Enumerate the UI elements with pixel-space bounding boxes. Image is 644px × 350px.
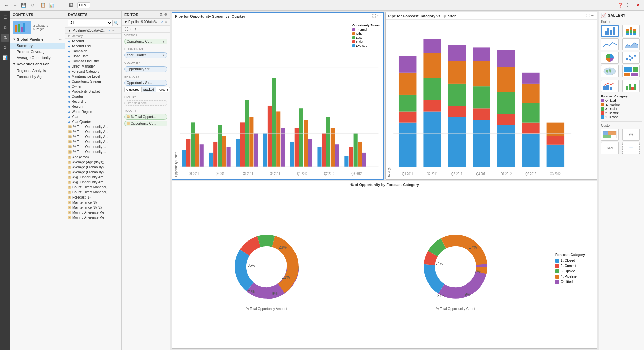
formula-icon[interactable]: ƒ (135, 27, 137, 31)
color-by-pill[interactable]: Opportunity Str... (124, 66, 167, 72)
gallery-line-chart[interactable] (601, 38, 619, 50)
datasets-filter-select[interactable]: All (68, 20, 113, 26)
expand-btn[interactable]: ⛶ (625, 2, 633, 9)
summary-item[interactable]: Summary (10, 43, 65, 49)
save-btn[interactable]: 💾 (20, 2, 28, 9)
size-by-empty[interactable]: Drop field here (124, 100, 167, 106)
dataset-edit[interactable]: ✏ (112, 29, 114, 32)
field-pct-opp-a1[interactable]: % % Total Opportunity A... (65, 124, 121, 129)
nav-icon-layers[interactable]: ⧉ (1, 24, 9, 32)
field-world-region[interactable]: ◆ World Region (65, 109, 121, 114)
field-avg-opp-am2[interactable]: Σ Avg. Opportunity Am... (65, 180, 121, 185)
field-region[interactable]: ◆ Region (65, 104, 121, 109)
clustered-btn[interactable]: Clustered (124, 87, 142, 92)
sigma-icon[interactable]: Σ (130, 27, 132, 31)
expand-icon[interactable]: ⛶ (124, 27, 128, 31)
chart-expand-icon[interactable]: ⛶ (372, 14, 376, 18)
field-avg-opp-am1[interactable]: Σ Avg. Opportunity Am... (65, 175, 121, 180)
field-record-id[interactable]: ◆ Record Id (65, 99, 121, 104)
nav-icon-settings[interactable]: ⚙ (1, 44, 9, 52)
gallery-add-button[interactable]: + (622, 142, 640, 154)
field-forecast-category[interactable]: ◆ Forecast Category (65, 69, 121, 74)
editor-settings-icon[interactable]: ⚙ (164, 12, 167, 17)
field-age-days[interactable]: Σ Age (days) (65, 155, 121, 160)
gallery-map-chart[interactable] (601, 65, 619, 77)
image-btn[interactable]: 🖼 (67, 2, 74, 9)
forecast-by-age-item[interactable]: Forecast by Age (10, 74, 65, 80)
field-year-quarter[interactable]: ◆ Year Quarter (65, 119, 121, 124)
field-pct-opp-5[interactable]: % % Total Opportunity ... (65, 144, 121, 149)
field-account[interactable]: ◆ Account (65, 39, 121, 44)
gallery-area-chart[interactable] (622, 38, 640, 50)
forward-btn[interactable]: → (11, 2, 19, 9)
chart-tr-expand-icon[interactable]: ⛶ (586, 14, 589, 18)
field-maintenance-dollar[interactable]: Σ Maintenance ($) (65, 200, 121, 205)
html-btn[interactable]: HTML (77, 2, 90, 8)
global-pipeline-header[interactable]: ▼ Global Pipeline ⋯ (10, 36, 65, 43)
nav-icon-menu[interactable]: ☰ (1, 13, 9, 21)
field-quarter[interactable]: ◆ Quarter (65, 94, 121, 99)
text-btn[interactable]: T (58, 2, 66, 9)
kpi-button[interactable]: KPI (601, 142, 619, 154)
help-btn[interactable]: ❓ (616, 2, 624, 9)
gallery-combined-chart[interactable] (601, 80, 619, 92)
chart-more-icon[interactable]: ⋯ (377, 14, 381, 18)
gallery-custom-chart1[interactable] (601, 129, 619, 141)
tooltip-pill-2[interactable]: Σ Opportunity Co... (124, 121, 167, 126)
dataset-arrow[interactable]: ▼ (68, 29, 71, 32)
data-btn[interactable]: 📋 (39, 2, 47, 9)
field-maintenance-dollar-2[interactable]: Σ Maintenance ($) (2) (65, 205, 121, 210)
field-forecast[interactable]: Σ MovingDifference Me (65, 215, 121, 220)
close-btn[interactable]: ✕ (634, 2, 641, 9)
gallery-stacked-bar[interactable] (622, 25, 640, 37)
field-compass-industry[interactable]: ◆ Compass Industry (65, 59, 121, 64)
stacked-btn[interactable]: Stacked (142, 87, 156, 92)
field-campaign[interactable]: ◆ Campaign (65, 49, 121, 54)
percent-btn[interactable]: Percent (156, 87, 170, 92)
field-pct-opp-a4[interactable]: % % Total Opportunity A... (65, 139, 121, 144)
chart-tr-more-icon[interactable]: ⋯ (591, 14, 594, 18)
horizontal-pill[interactable]: Year Quarter ▼ (124, 52, 167, 58)
gallery-treemap-chart[interactable] (622, 65, 640, 77)
nav-icon-filter[interactable]: ⚗ (1, 34, 9, 42)
field-year[interactable]: ◆ Year (65, 114, 121, 119)
datasource-edit[interactable]: ✏ (165, 20, 167, 24)
field-avg-prob1[interactable]: Σ Average (Probability) (65, 165, 121, 170)
tooltip-pill-1[interactable]: Σ % Total Opport... (124, 114, 167, 120)
dataset-more[interactable]: ⋯ (115, 29, 119, 32)
pipeline-options[interactable]: ⋯ (59, 38, 62, 41)
field-count-dm1[interactable]: Σ Count (Direct Manager) (65, 185, 121, 190)
field-count-dm2[interactable]: Σ Count (Direct Manager) (65, 190, 121, 195)
product-coverage-item[interactable]: Product Coverage (10, 49, 65, 55)
gallery-scatter-chart[interactable] (622, 52, 640, 64)
gallery-settings-icon2[interactable]: ⚙ (622, 129, 640, 141)
field-probability-bracket[interactable]: ◆ Probability Bracket (65, 89, 121, 94)
field-pct-opp-a2[interactable]: % % Total Opportunity A... (65, 129, 121, 134)
field-direct-manager[interactable]: ◆ Direct Manager (65, 64, 121, 69)
gallery-bar-chart[interactable] (601, 25, 619, 37)
editor-filter-icon[interactable]: ⚗ (159, 12, 163, 17)
field-pct-opp-6[interactable]: % % Total Opportunity ... (65, 149, 121, 155)
gallery-pie-chart[interactable] (601, 52, 619, 64)
chart-btn[interactable]: 📊 (48, 2, 55, 9)
gallery-waterfall-chart[interactable] (622, 80, 640, 92)
field-avg-prob2[interactable]: Σ Average (Probability) (65, 170, 121, 175)
field-maintenance-level[interactable]: ◆ Maintenance Level (65, 74, 121, 79)
contents-menu-icon[interactable]: ⋯ (59, 12, 62, 17)
field-owner[interactable]: ◆ Owner (65, 84, 121, 89)
field-opportunity-stream[interactable]: ◆ Opportunity Stream (65, 79, 121, 84)
field-moving-diff[interactable]: Σ MovingDifference Me (65, 210, 121, 215)
nav-icon-charts[interactable]: 📊 (1, 54, 9, 62)
datasets-menu-icon[interactable]: ⋯ (115, 12, 119, 17)
field-pct-opp-a3[interactable]: % % Total Opportunity A... (65, 134, 121, 139)
revenues-header[interactable]: ▼ Revenues and For... ⋯ (10, 61, 65, 68)
regional-analysis-item[interactable]: Regional Analysis (10, 68, 65, 74)
field-close-date[interactable]: ◆ Close Date (65, 54, 121, 59)
field-forecast-dollar[interactable]: Σ Forecast ($) (65, 195, 121, 200)
avg-opportunity-item[interactable]: Average Opportunity (10, 55, 65, 61)
datasets-search-icon[interactable]: 🔍 (114, 21, 119, 25)
field-account-psd[interactable]: ◆ Account Psd (65, 44, 121, 49)
back-btn[interactable]: ← (3, 2, 10, 9)
thumbnail-image[interactable] (13, 21, 31, 34)
break-by-pill[interactable]: Opportunity Str... (124, 80, 167, 86)
